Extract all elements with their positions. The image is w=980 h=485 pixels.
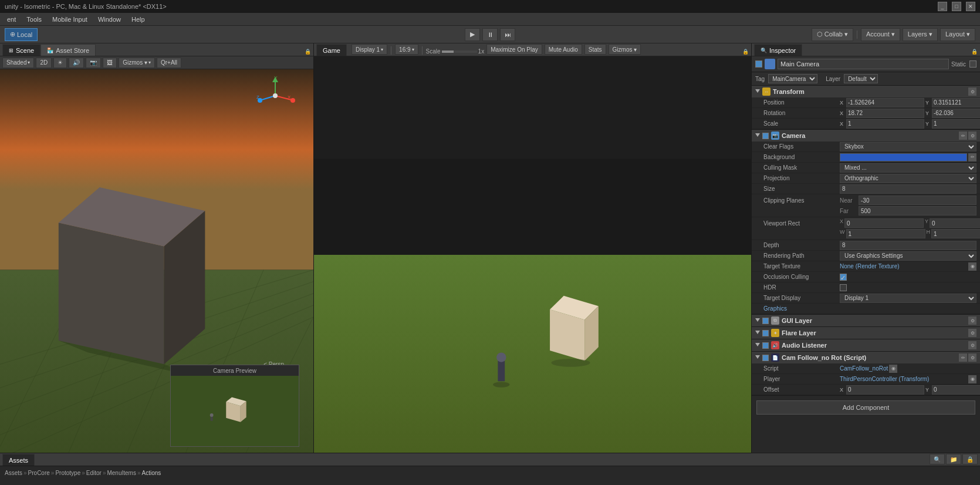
local-button[interactable]: ⊕ Local (5, 28, 38, 41)
account-button[interactable]: Account ▾ (861, 28, 900, 41)
scale-x-input[interactable] (846, 119, 924, 129)
graphics-link[interactable]: Graphics (763, 305, 787, 312)
offset-x-input[interactable] (846, 385, 924, 395)
position-x-input[interactable] (846, 98, 924, 107)
hdr-checkbox[interactable] (840, 284, 847, 291)
maximize-button[interactable]: Maximize On Play (486, 44, 542, 55)
bottom-folder-icon[interactable]: 📁 (946, 454, 961, 464)
layers-button[interactable]: Layers ▾ (903, 28, 938, 41)
mute-button[interactable]: Mute Audio (545, 44, 582, 55)
flare-layer-header[interactable]: ✦ Flare Layer ⚙ (752, 327, 980, 339)
scene-camera-button[interactable]: 📷 (86, 58, 101, 68)
rotation-y-input[interactable] (932, 109, 980, 118)
background-edit-icon[interactable]: ✏ (968, 153, 976, 161)
maximize-button[interactable]: □ (952, 2, 961, 11)
script-pick-icon[interactable]: ◉ (889, 365, 897, 373)
gui-layer-settings-icon[interactable]: ⚙ (968, 316, 976, 325)
shading-dropdown[interactable]: Shaded ▾ (2, 58, 34, 68)
player-pick-icon[interactable]: ◉ (968, 375, 976, 383)
gameobject-active-checkbox[interactable] (755, 60, 762, 68)
rotation-x-input[interactable] (846, 109, 924, 118)
menu-item-mobile[interactable]: Mobile Input (48, 15, 92, 24)
close-button[interactable]: ✕ (966, 2, 975, 11)
transform-header[interactable]: ↔ Transform ⚙ (752, 86, 980, 97)
gizmos-dropdown[interactable]: Gizmos ▾ ▾ (119, 58, 155, 68)
breadcrumb-menuitems[interactable]: MenuItems (107, 470, 136, 476)
size-input[interactable] (840, 184, 976, 194)
add-component-button[interactable]: Add Component (756, 400, 975, 415)
gui-layer-header[interactable]: ⧉ GUI Layer ⚙ (752, 315, 980, 326)
depth-input[interactable] (840, 241, 976, 250)
tab-inspector[interactable]: 🔍 Inspector (754, 44, 802, 56)
all-label[interactable]: Qr+All (157, 58, 181, 68)
occlusion-culling-checkbox[interactable]: ✓ (840, 274, 847, 281)
breadcrumb-prototype[interactable]: Prototype (55, 470, 80, 476)
minimize-button[interactable]: _ (938, 2, 947, 11)
flare-layer-checkbox[interactable] (762, 330, 769, 336)
cam-follow-settings-icon[interactable]: ⚙ (968, 353, 976, 362)
title-bar-controls[interactable]: _ □ ✕ (938, 2, 975, 11)
target-texture-pick-icon[interactable]: ◉ (968, 262, 976, 271)
static-checkbox[interactable] (969, 60, 976, 68)
scale-y-input[interactable] (932, 119, 980, 129)
tab-assets[interactable]: Assets (2, 454, 35, 466)
position-y-input[interactable] (932, 98, 980, 107)
play-button[interactable]: ▶ (465, 28, 480, 41)
script-link[interactable]: CamFollow_noRot (840, 365, 888, 372)
clear-flags-select[interactable]: Skybox (840, 142, 976, 151)
game-gizmos-dropdown[interactable]: Gizmos ▾ (609, 44, 641, 55)
culling-mask-select[interactable]: Mixed ... (840, 163, 976, 173)
2d-button[interactable]: 2D (36, 58, 52, 68)
offset-y-input[interactable] (932, 385, 980, 395)
inspector-lock-icon[interactable]: 🔒 (971, 49, 978, 55)
menu-item-tools[interactable]: Tools (22, 15, 46, 24)
cam-follow-header[interactable]: 📄 Cam Follow_no Rot (Script) ✏ ⚙ (752, 352, 980, 363)
game-view-top[interactable] (314, 56, 751, 255)
pause-button[interactable]: ⏸ (482, 28, 498, 41)
camera-edit-icon[interactable]: ✏ (959, 132, 967, 140)
cam-follow-edit-icon[interactable]: ✏ (959, 353, 967, 362)
audio-listener-checkbox[interactable] (762, 342, 769, 349)
viewport-y-input[interactable] (930, 218, 980, 228)
transform-settings-icon[interactable]: ⚙ (968, 87, 976, 96)
layout-button[interactable]: Layout ▾ (940, 28, 975, 41)
flare-layer-settings-icon[interactable]: ⚙ (968, 329, 976, 337)
game-view-bottom[interactable] (314, 255, 751, 453)
display-dropdown[interactable]: Display 1 ▾ (352, 44, 387, 55)
game-lock-icon[interactable]: 🔒 (742, 49, 749, 55)
menu-item-ent[interactable]: ent (2, 15, 21, 24)
menu-item-help[interactable]: Help (127, 15, 150, 24)
far-input[interactable] (859, 206, 976, 215)
cam-follow-checkbox[interactable] (762, 355, 769, 361)
viewport-w-input[interactable] (846, 229, 925, 238)
audio-listener-settings-icon[interactable]: ⚙ (968, 341, 976, 349)
target-display-select[interactable]: Display 1 (840, 294, 976, 303)
audio-listener-header[interactable]: 🔊 Audio Listener ⚙ (752, 339, 980, 351)
projection-select[interactable]: Orthographic (840, 174, 976, 183)
bottom-lock-icon[interactable]: 🔒 (962, 454, 978, 464)
viewport-h-input[interactable] (931, 229, 980, 238)
menu-item-window[interactable]: Window (93, 15, 126, 24)
breadcrumb-assets[interactable]: Assets (5, 470, 22, 476)
breadcrumb-editor[interactable]: Editor (86, 470, 102, 476)
bottom-search-icon[interactable]: 🔍 (930, 454, 945, 464)
camera-enabled-checkbox[interactable] (762, 133, 769, 139)
scene-image-button[interactable]: 🖼 (103, 58, 117, 68)
collab-button[interactable]: ⬡ Collab ▾ (812, 28, 853, 41)
tab-asset-store[interactable]: 🏪 Asset Store (40, 44, 96, 56)
tag-select[interactable]: MainCamera (768, 74, 817, 83)
background-color-swatch[interactable] (840, 153, 967, 161)
tab-game[interactable]: Game (316, 44, 347, 56)
camera-header[interactable]: 📷 Camera ✏ ⚙ (752, 130, 980, 142)
gui-layer-checkbox[interactable] (762, 318, 769, 324)
camera-settings-icon[interactable]: ⚙ (968, 132, 976, 140)
tab-scene[interactable]: ⊞ Scene (2, 44, 40, 56)
target-texture-link[interactable]: None (Render Texture) (840, 263, 967, 270)
breadcrumb-procore[interactable]: ProCore (28, 470, 50, 476)
gameobject-name-input[interactable] (778, 59, 949, 69)
scene-light-button[interactable]: ☀ (53, 58, 67, 68)
ratio-dropdown[interactable]: 16:9 ▾ (395, 44, 418, 55)
lock-icon[interactable]: 🔒 (305, 49, 311, 55)
player-link[interactable]: ThirdPersonController (Transform) (840, 376, 967, 382)
viewport-x-input[interactable] (844, 218, 924, 228)
